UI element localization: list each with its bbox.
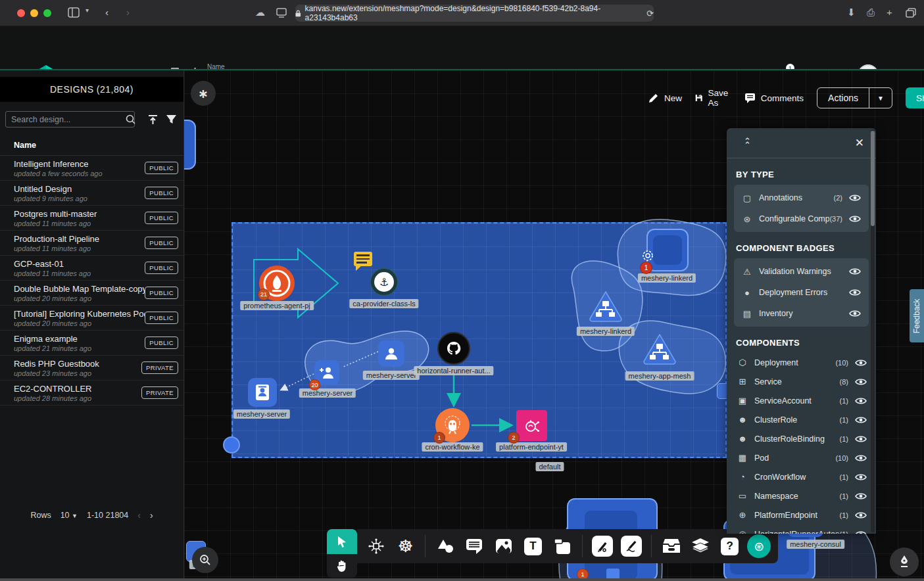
component-visibility-row[interactable]: ☻ ClusterRoleBinding (1) [727,429,876,448]
visibility-eye-icon[interactable] [855,511,867,519]
visibility-eye-icon[interactable] [855,378,867,386]
component-visibility-row[interactable]: ▭ Namespace (1) [727,486,876,505]
design-list-item[interactable]: GCP-east-01 updated 11 minutes ago PUBLI… [0,256,183,281]
node-meshery-app-mesh[interactable] [641,332,678,365]
design-list-item[interactable]: EC2-CONTROLLER updated 28 minutes ago PR… [0,381,183,406]
image-tool-button[interactable] [491,534,516,559]
visibility-eye-icon[interactable] [855,530,867,534]
address-bar[interactable]: kanvas.new/extension/meshmap?mode=design… [295,5,654,22]
actions-split-button[interactable]: Actions ▼ [817,87,892,108]
design-list-item[interactable]: Intelligent Inference updated a few seco… [0,156,183,181]
design-list-item[interactable]: Postgres multi-master updated 11 minutes… [0,206,183,231]
node-ca-provider-class[interactable]: ⚓ [370,268,398,296]
next-page-icon[interactable]: › [150,510,153,521]
visibility-eye-icon[interactable] [855,359,867,367]
sidebar-toggle-icon[interactable] [68,7,80,18]
layer-type-row[interactable]: ⊛ Configurable Compon… (37) [734,208,869,229]
visibility-eye-icon[interactable] [849,310,861,317]
reader-icon[interactable] [276,8,287,18]
column-header-name[interactable]: Name [0,134,183,156]
visibility-eye-icon[interactable] [849,289,861,296]
drawer-tool-button[interactable] [659,534,684,559]
node-horizontal-runner-github[interactable] [437,332,470,365]
node-meshery-server-serviceaccount[interactable] [248,378,277,407]
search-input[interactable] [5,111,135,128]
downloads-icon[interactable]: ⬇ [847,7,856,18]
text-tool-button[interactable]: T [521,534,546,559]
new-button[interactable]: New [648,93,682,104]
feedback-tab[interactable]: Feedback [910,289,924,342]
tab-overview-icon[interactable] [906,8,916,18]
visibility-eye-icon[interactable] [855,435,867,443]
design-list-item[interactable]: Untitled Design updated 9 minutes ago PU… [0,181,183,206]
visibility-eye-icon[interactable] [855,416,867,424]
comments-button[interactable]: Comments [744,93,804,103]
node-meshery-linkerd-service[interactable] [587,289,624,322]
component-visibility-row[interactable]: ▦ Pod (10) [727,448,876,467]
share-button[interactable]: Share [906,87,924,108]
share-icon[interactable]: ⎙ [867,7,875,18]
zoom-button[interactable] [192,547,218,573]
badge-toggle-row[interactable]: ● Deployment Errors [734,282,869,303]
selection-resize-handle[interactable] [223,436,240,453]
component-visibility-row[interactable]: ◎ HorizontalRunnerAutosc… (1) [727,524,876,534]
select-tool-button[interactable] [327,529,357,554]
node-meshery-server-clusterrole[interactable] [378,340,404,367]
prev-page-icon[interactable]: ‹ [137,510,141,521]
visibility-eye-icon[interactable] [849,215,861,223]
design-list-item[interactable]: Production-alt Pipeline updated 11 minut… [0,231,183,256]
layer-type-row[interactable]: ▢ Annotations (2) [734,187,869,208]
components-tool-button[interactable] [364,534,389,559]
filter-icon[interactable] [166,114,177,124]
component-visibility-row[interactable]: ⬡ Deployment (10) [727,353,876,372]
node-meshery-linkerd-deployment[interactable] [646,229,689,271]
design-list-item[interactable]: Enigma example updated 21 minutes ago PU… [0,331,183,356]
reload-icon[interactable]: ⟳ [646,9,654,18]
freehand-draw-tool-button[interactable] [619,534,644,559]
sticky-note-tool-button[interactable] [550,534,575,559]
design-list-item[interactable]: [Tutorial] Exploring Kubernetes Pod upda… [0,306,183,331]
import-design-icon[interactable] [147,114,158,125]
visibility-eye-icon[interactable] [849,267,861,275]
partial-node-left[interactable] [184,120,196,170]
collapse-panel-icon[interactable]: ⌃⌃ [744,139,751,147]
back-icon[interactable]: ‹ [105,7,109,18]
pen-mode-button[interactable] [890,547,919,576]
freeze-layout-button[interactable]: ∗ [191,81,216,106]
forward-icon[interactable]: › [126,7,130,18]
visibility-eye-icon[interactable] [849,194,861,202]
component-visibility-row[interactable]: ⊕ PlatformEndpoint (1) [727,505,876,524]
shapes-tool-button[interactable] [433,534,458,559]
actions-caret-icon[interactable]: ▼ [869,95,892,102]
chevron-down-icon[interactable]: ▾ [85,7,89,14]
node-prometheus-agent[interactable] [249,243,344,325]
new-tab-icon[interactable]: + [887,7,892,18]
design-list-item[interactable]: Redis PHP Guestbook updated 23 minutes a… [0,356,183,381]
component-visibility-row[interactable]: ☻ ClusterRole (1) [727,410,876,429]
visibility-eye-icon[interactable] [855,397,867,405]
visibility-eye-icon[interactable] [855,454,867,462]
pan-tool-button[interactable] [327,554,357,578]
visibility-eye-icon[interactable] [855,473,867,481]
badge-toggle-row[interactable]: ⚠ Validation Warnings [734,261,869,282]
kubernetes-tool-button[interactable]: ☸ [393,534,418,559]
meshery-extension-button[interactable]: ⊛ [747,534,772,559]
window-minimize-button[interactable] [30,9,38,17]
window-zoom-button[interactable] [43,9,51,17]
component-visibility-row[interactable]: ▣ ServiceAccount (1) [727,391,876,410]
component-visibility-row[interactable]: ⊞ Service (8) [727,372,876,391]
close-panel-icon[interactable]: ✕ [855,136,864,150]
comment-annotation-icon[interactable] [354,252,372,266]
cloud-icon[interactable]: ☁ [255,7,265,18]
rows-per-page-select[interactable]: 10 ▼ [61,511,78,520]
annotation-pen-tool-button[interactable] [590,534,615,559]
layers-tool-button[interactable] [688,534,713,559]
save-as-button[interactable]: Save As [695,88,731,108]
badge-toggle-row[interactable]: ▤ Inventory [734,303,869,324]
component-visibility-row[interactable]: ◔ CronWorkflow (1) [727,467,876,486]
panel-scrollbar-thumb[interactable] [871,131,875,226]
visibility-eye-icon[interactable] [855,492,867,500]
comment-tool-button[interactable] [462,534,487,559]
node-platform-endpoint[interactable] [516,410,547,441]
design-list-item[interactable]: Double Bubble Map Template-copy updated … [0,281,183,306]
